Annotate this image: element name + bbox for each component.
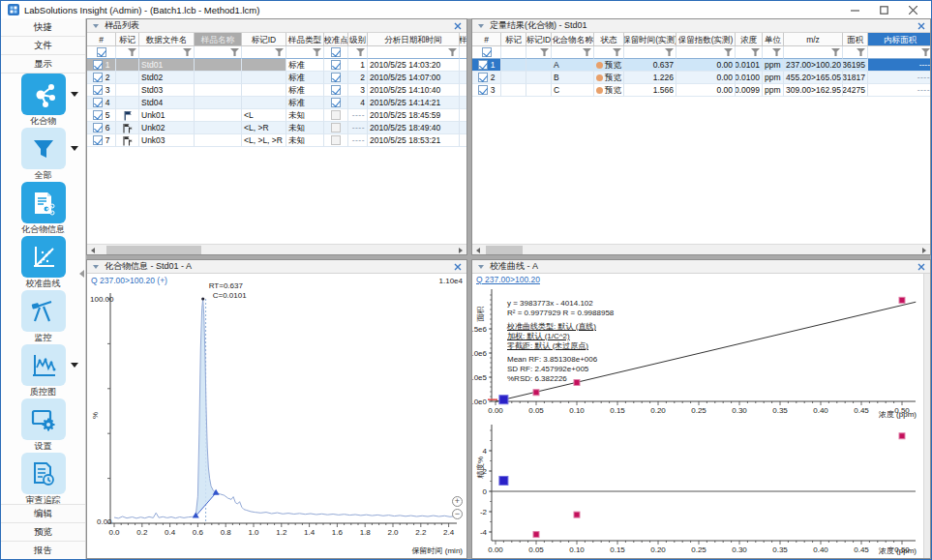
table-row[interactable]: 3C预览1.5660.000.0099ppm309.00>162.9524275… — [472, 84, 930, 97]
collapse-triangle-icon[interactable] — [93, 24, 99, 28]
checkbox-checked[interactable] — [93, 60, 103, 70]
column-header-校准点[interactable]: 校准点 — [324, 33, 348, 46]
scrollbar-thumb[interactable] — [106, 246, 201, 254]
filter-cell[interactable] — [736, 46, 763, 59]
table-row[interactable]: 5Unk01<L未知----2010/5/25 18:45:5951 — [87, 109, 466, 122]
minimize-button[interactable] — [840, 1, 869, 18]
filter-cell[interactable] — [843, 46, 868, 59]
filter-funnel-icon[interactable] — [857, 48, 865, 56]
filter-cell[interactable] — [324, 46, 348, 59]
calibration-setting-link[interactable]: 校准曲线类型: 默认 (直线) — [507, 322, 614, 332]
sidebar-tool-设置[interactable]: 设置 — [1, 398, 85, 453]
filter-cell[interactable] — [676, 46, 736, 59]
column-header-保留指数(实测)[interactable]: 保留指数(实测) — [676, 33, 736, 46]
filter-funnel-icon[interactable] — [183, 48, 192, 56]
panel-close-icon[interactable] — [453, 21, 463, 31]
filter-cell[interactable] — [195, 46, 242, 59]
column-header-标记ID[interactable]: 标记ID — [526, 33, 552, 46]
checkbox-checked[interactable] — [97, 47, 106, 57]
filter-cell[interactable] — [624, 46, 676, 59]
column-header-浓度[interactable]: 浓度 — [736, 33, 763, 46]
sidebar-menu-1[interactable]: 快捷 — [1, 18, 85, 37]
column-header-样品类型[interactable]: 样品类型 — [286, 33, 324, 46]
zoom-in-button[interactable]: + — [452, 496, 463, 507]
scroll-left-icon[interactable] — [476, 248, 480, 253]
filter-funnel-icon[interactable] — [448, 48, 457, 56]
column-header-化合物名称[interactable]: 化合物名称 — [552, 33, 594, 46]
filter-funnel-icon[interactable] — [583, 48, 591, 56]
filter-funnel-icon[interactable] — [128, 48, 136, 56]
sidebar-menu-2[interactable]: 文件 — [1, 37, 85, 55]
mrm-transition-link[interactable]: Q 237.00>100.20 — [476, 275, 540, 284]
filter-cell[interactable] — [139, 46, 195, 59]
checkbox-checked[interactable] — [478, 60, 488, 70]
calibration-setting-link[interactable]: 加权: 默认 (1/C^2) — [507, 332, 614, 341]
column-header-内标面积[interactable]: 内标面积 — [868, 33, 930, 46]
maximize-button[interactable] — [869, 1, 898, 18]
filter-cell[interactable] — [460, 46, 466, 59]
scroll-left-icon[interactable] — [91, 248, 95, 253]
table-row[interactable]: 6Unk02<L, >R未知----2010/5/25 18:49:4061 — [87, 122, 466, 134]
column-header-保留时间(实测)[interactable]: 保留时间(实测) — [624, 33, 676, 46]
checkbox-checked[interactable] — [93, 123, 103, 133]
column-header-#[interactable]: # — [87, 33, 116, 46]
filter-cell[interactable] — [784, 46, 843, 59]
scroll-right-icon[interactable] — [922, 248, 926, 253]
accuracy-point[interactable] — [899, 433, 905, 439]
column-header-样品名称[interactable]: 样品名称 — [195, 33, 242, 46]
checkbox-checked[interactable] — [93, 135, 103, 145]
chevron-down-icon[interactable] — [71, 146, 78, 151]
sidebar-tool-化合物[interactable]: 化合物 — [1, 74, 85, 128]
filter-funnel-icon[interactable] — [665, 48, 674, 56]
filter-cell[interactable] — [526, 46, 552, 59]
sidebar-tool-化合物信息[interactable]: 化合物信息 — [1, 182, 85, 236]
scrollbar-thumb[interactable] — [486, 246, 523, 254]
zoom-out-button[interactable]: − — [452, 509, 463, 519]
sidebar-menu-bottom-3[interactable]: 报告 — [1, 541, 85, 559]
collapse-triangle-icon[interactable] — [93, 265, 99, 269]
filter-cell[interactable] — [868, 46, 930, 59]
column-header-状态[interactable]: 状态 — [594, 33, 624, 46]
filter-funnel-icon[interactable] — [613, 48, 621, 56]
sidebar-tool-监控[interactable]: 监控 — [1, 290, 85, 344]
table-row[interactable]: 2Std02标准22010/5/25 14:07:0021 — [87, 72, 466, 84]
checkbox-checked[interactable] — [478, 73, 488, 82]
checkbox-unchecked[interactable] — [331, 135, 341, 145]
filter-funnel-icon[interactable] — [772, 48, 781, 56]
table-row[interactable]: 2B预览1.2260.000.0100ppm455.20>165.0531817… — [472, 72, 930, 84]
checkbox-checked[interactable] — [93, 110, 103, 120]
column-header-标记ID[interactable]: 标记ID — [242, 33, 286, 46]
calibration-point-selected[interactable] — [499, 396, 508, 404]
collapse-triangle-icon[interactable] — [478, 24, 484, 28]
column-header-面积[interactable]: 面积 — [843, 33, 868, 46]
calibration-setting-link[interactable]: 零截距: 默认 (未过原点) — [507, 341, 614, 351]
horizontal-scrollbar[interactable] — [87, 244, 466, 254]
filter-funnel-icon[interactable] — [751, 48, 760, 56]
filter-cell[interactable] — [116, 46, 139, 59]
filter-funnel-icon[interactable] — [724, 48, 733, 56]
filter-cell[interactable] — [763, 46, 784, 59]
sidebar-tool-校准曲线[interactable]: 校准曲线 — [1, 236, 85, 290]
accuracy-point[interactable] — [574, 512, 580, 517]
sidebar-collapse-arrow[interactable] — [79, 270, 84, 278]
checkbox-checked[interactable] — [93, 73, 103, 82]
calibration-point[interactable] — [533, 390, 539, 396]
panel-close-icon[interactable] — [917, 21, 926, 31]
filter-funnel-icon[interactable] — [356, 48, 365, 56]
close-button[interactable] — [898, 1, 927, 18]
checkbox-unchecked[interactable] — [331, 110, 341, 120]
checkbox-checked[interactable] — [331, 98, 341, 107]
vertical-scrollbar[interactable] — [923, 274, 930, 558]
checkbox-checked[interactable] — [93, 85, 103, 95]
table-row[interactable]: 3Std03标准32010/5/25 14:10:4031 — [87, 84, 466, 97]
sidebar-tool-质控图[interactable]: 质控图 — [1, 344, 85, 398]
table-row[interactable]: 4Std04标准42010/5/25 14:14:2141 — [87, 97, 466, 109]
filter-cell[interactable] — [501, 46, 526, 59]
column-header-标记[interactable]: 标记 — [116, 33, 139, 46]
column-header-#[interactable]: # — [472, 33, 501, 46]
filter-funnel-icon[interactable] — [230, 48, 239, 56]
column-header-样品瓶[interactable]: 样品瓶 — [460, 33, 466, 46]
checkbox-unchecked[interactable] — [331, 123, 341, 133]
filter-cell[interactable] — [472, 46, 501, 59]
checkbox-checked[interactable] — [478, 85, 488, 95]
